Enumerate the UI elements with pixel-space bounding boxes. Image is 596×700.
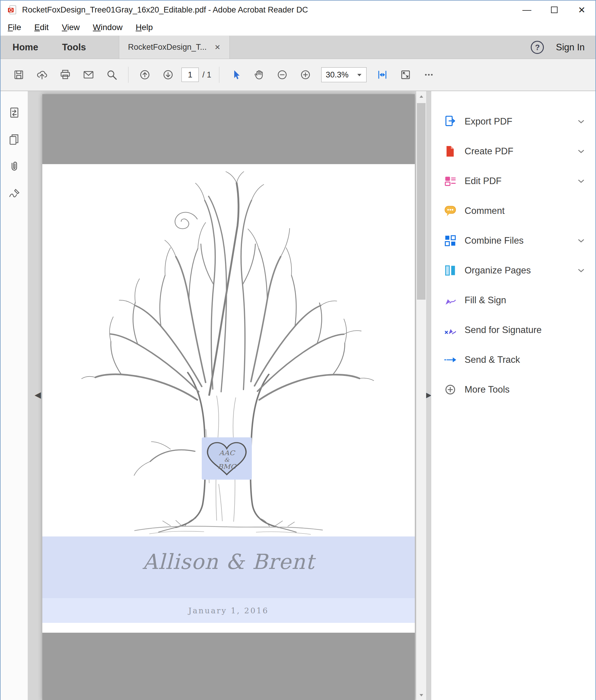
heart-initials-line3: BMC	[218, 463, 237, 471]
event-date: January 1, 2016	[188, 606, 269, 615]
page-number-input[interactable]	[181, 68, 199, 82]
question-icon: ?	[535, 43, 540, 52]
tree-illustration: AAC & BMC	[42, 164, 415, 537]
document-viewport[interactable]: AAC & BMC Allison & Brent January 1, 201…	[28, 91, 431, 700]
hand-icon	[253, 69, 265, 81]
menu-edit[interactable]: Edit	[34, 23, 49, 32]
attachments-pane-button[interactable]	[5, 158, 23, 175]
scroll-up-icon	[418, 95, 424, 99]
chevron-down-icon	[357, 73, 362, 77]
toolbar-separator	[128, 67, 128, 83]
page-up-icon	[139, 69, 151, 81]
menu-file[interactable]: File	[8, 23, 21, 32]
ellipsis-icon	[423, 69, 435, 81]
upload-cloud-button[interactable]	[30, 64, 54, 86]
heart-initials-line1: AAC	[219, 449, 235, 457]
acrobat-window: RocketFoxDesign_Tree01Gray_16x20_Editabl…	[0, 0, 596, 700]
tab-close-icon[interactable]: ✕	[215, 43, 221, 52]
thumbnails-icon	[8, 106, 21, 119]
signature-pen-icon	[8, 186, 21, 200]
chevron-down-icon[interactable]	[577, 179, 585, 183]
menu-window[interactable]: Window	[93, 23, 123, 32]
close-button[interactable]: ✕	[568, 1, 595, 19]
scroll-down-icon	[418, 693, 424, 697]
tool-export-pdf[interactable]: Export PDF	[431, 107, 595, 136]
page-gray-band-top	[42, 94, 415, 164]
chevron-down-icon[interactable]	[577, 268, 585, 273]
tab-home[interactable]: Home	[1, 36, 50, 59]
window-title: RocketFoxDesign_Tree01Gray_16x20_Editabl…	[22, 5, 308, 15]
tool-send-track[interactable]: Send & Track	[431, 345, 595, 375]
pages-icon	[8, 133, 21, 146]
next-page-button[interactable]	[156, 64, 180, 86]
main-toolbar: / 1 30.3%	[1, 59, 595, 91]
zoom-in-button[interactable]	[294, 64, 317, 86]
fit-page-button[interactable]	[394, 64, 417, 86]
date-text-field[interactable]: January 1, 2016	[42, 598, 415, 623]
fit-width-icon	[376, 69, 388, 81]
tool-fill-sign[interactable]: Fill & Sign	[431, 285, 595, 315]
couple-names: Allison & Brent	[42, 550, 415, 574]
fill-sign-icon	[443, 293, 457, 307]
send-track-icon	[443, 353, 457, 367]
tool-create-pdf[interactable]: Create PDF	[431, 136, 595, 166]
combine-files-icon	[443, 234, 457, 248]
tool-send-for-signature[interactable]: Send for Signature	[431, 315, 595, 345]
print-icon	[59, 69, 71, 81]
select-tool-button[interactable]	[224, 64, 247, 86]
pdf-file-icon	[7, 5, 17, 15]
tool-edit-pdf[interactable]: Edit PDF	[431, 166, 595, 196]
tool-comment[interactable]: Comment	[431, 196, 595, 226]
page-down-icon	[162, 69, 174, 81]
zoom-in-icon	[299, 69, 312, 81]
search-button[interactable]	[100, 64, 123, 86]
more-options-button[interactable]	[417, 64, 441, 86]
tab-tools[interactable]: Tools	[50, 36, 98, 59]
email-button[interactable]	[77, 64, 100, 86]
save-icon	[13, 69, 25, 81]
tab-document[interactable]: RocketFoxDesign_T... ✕	[119, 36, 230, 59]
hand-tool-button[interactable]	[247, 64, 271, 86]
menu-help[interactable]: Help	[135, 23, 153, 32]
chevron-down-icon[interactable]	[577, 239, 585, 243]
heart-initials-line2: &	[224, 457, 230, 463]
scroll-up-button[interactable]	[416, 91, 426, 102]
send-for-signature-icon	[443, 323, 457, 337]
save-button[interactable]	[7, 64, 30, 86]
sign-in-button[interactable]: Sign In	[556, 42, 585, 53]
pdf-page: AAC & BMC Allison & Brent January 1, 201…	[42, 94, 415, 700]
window-controls: — ✕	[513, 1, 595, 19]
tool-more-tools[interactable]: More Tools	[431, 375, 595, 405]
thumbnails-pane-button[interactable]	[5, 104, 23, 121]
tool-organize-pages[interactable]: Organize Pages	[431, 256, 595, 285]
tools-panel: Export PDF Create PDF Edit PDF	[431, 91, 595, 700]
print-button[interactable]	[54, 64, 77, 86]
vertical-scrollbar[interactable]	[416, 91, 426, 700]
zoom-value: 30.3%	[326, 70, 349, 80]
help-button[interactable]: ?	[531, 41, 544, 54]
tool-combine-files[interactable]: Combine Files	[431, 226, 595, 256]
fit-width-button[interactable]	[371, 64, 394, 86]
maximize-icon	[551, 6, 557, 13]
export-pdf-icon	[443, 114, 457, 129]
comment-icon	[443, 204, 457, 218]
signatures-pane-button[interactable]	[5, 185, 23, 201]
maximize-button[interactable]	[541, 1, 568, 19]
paperclip-icon	[8, 160, 21, 173]
scrollbar-thumb[interactable]	[417, 103, 425, 300]
minimize-button[interactable]: —	[513, 1, 541, 19]
fit-page-icon	[400, 69, 412, 81]
menu-bar: File Edit View Window Help	[1, 19, 595, 36]
previous-page-button[interactable]	[133, 64, 156, 86]
organize-pages-icon	[443, 263, 457, 278]
chevron-down-icon[interactable]	[577, 149, 585, 153]
bookmarks-pane-button[interactable]	[5, 131, 23, 148]
scroll-down-button[interactable]	[416, 690, 426, 700]
menu-view[interactable]: View	[62, 23, 79, 32]
zoom-out-button[interactable]	[271, 64, 294, 86]
collapse-left-pane-icon[interactable]: ◀	[34, 391, 41, 399]
zoom-select[interactable]: 30.3%	[321, 67, 367, 82]
names-text-field[interactable]: Allison & Brent January 1, 2016	[42, 537, 415, 623]
pointer-icon	[230, 69, 242, 81]
chevron-down-icon[interactable]	[577, 120, 585, 124]
